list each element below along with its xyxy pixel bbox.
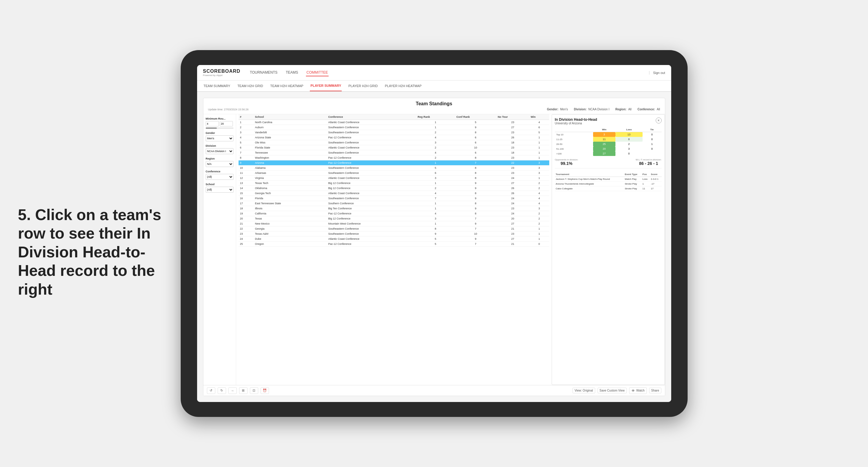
cell-tour: 23 [496, 165, 529, 170]
cell-reg: 4 [416, 211, 455, 216]
cell-win: 1 [529, 135, 549, 140]
table-row[interactable]: 24 Duke Atlantic Coast Conference 5 9 27… [239, 237, 549, 242]
undo-button[interactable]: ↺ [207, 387, 215, 394]
cell-tour: 27 [496, 181, 529, 186]
table-row[interactable]: 18 Illinois Big Ten Conference 1 9 23 3 [239, 206, 549, 211]
table-row[interactable]: 13 Texas Tech Big 12 Conference 1 9 27 2 [239, 181, 549, 186]
cell-num: 11 [239, 170, 253, 176]
main-content: Team Standings Update time: 27/03/2024 1… [197, 92, 671, 402]
school-select[interactable]: (All) [206, 187, 234, 193]
table-row[interactable]: 23 Texas A&M Southeastern Conference 9 1… [239, 231, 549, 237]
cell-num: 24 [239, 237, 253, 242]
cell-conf: Southeastern Conference [327, 130, 416, 135]
h2h-close-button[interactable]: × [656, 118, 662, 123]
table-row[interactable]: 4 Arizona State Pac-12 Conference 4 6 26… [239, 135, 549, 140]
cell-school: Texas Tech [253, 181, 327, 186]
table-row[interactable]: 3 Vanderbilt Southeastern Conference 2 8… [239, 130, 549, 135]
tour-score: 17 [650, 186, 662, 191]
col-num: # [239, 114, 253, 120]
h2h-row: >100 27 0 [555, 151, 662, 156]
subnav-player-h2h-grid[interactable]: PLAYER H2H GRID [348, 81, 378, 91]
cell-win: 1 [529, 237, 549, 242]
cell-school: Tennessee [253, 150, 327, 155]
cell-school: Duke [253, 237, 327, 242]
gender-select[interactable]: Men's [206, 135, 234, 142]
table-row[interactable]: 5 Ole Miss Southeastern Conference 3 6 1… [239, 140, 549, 145]
sign-out-button[interactable]: Sign out [649, 71, 665, 74]
table-row[interactable]: 16 Florida Southeastern Conference 7 9 2… [239, 196, 549, 201]
tour-col-type: Event Type [624, 172, 641, 177]
tour-name: Cabo Collegiate [555, 186, 624, 191]
table-row[interactable]: 19 California Pac-12 Conference 4 8 24 2 [239, 211, 549, 216]
copy-button[interactable]: ⊞ [239, 387, 247, 394]
table-row[interactable]: 1 North Carolina Atlantic Coast Conferen… [239, 120, 549, 125]
min-rou-slider[interactable] [206, 128, 234, 128]
paste-icon: ⊡ [252, 388, 256, 393]
cell-crank: 10 [455, 231, 496, 237]
top-nav-links: TOURNAMENTS TEAMS COMMITTEE [249, 69, 649, 76]
cell-win: 1 [529, 226, 549, 231]
cell-conf: Atlantic Coast Conference [327, 120, 416, 125]
step-annotation: 5. Click on a team's row to see their In… [18, 206, 173, 299]
cell-tour: 26 [496, 186, 529, 191]
subnav-team-h2h-grid[interactable]: TEAM H2H GRID [237, 81, 264, 91]
logo-text: SCOREBOARD [203, 69, 241, 74]
cell-conf: Southeastern Conference [327, 226, 416, 231]
table-row[interactable]: 12 Virginia Atlantic Coast Conference 3 … [239, 176, 549, 181]
table-row[interactable]: 6 Florida State Atlantic Coast Conferenc… [239, 145, 549, 150]
h2h-range: 11-25 [555, 137, 593, 142]
table-row[interactable]: 11 Arkansas Southeastern Conference 6 8 … [239, 170, 549, 176]
conference-select[interactable]: (All) [206, 174, 234, 180]
table-row[interactable]: 15 Georgia Tech Atlantic Coast Conferenc… [239, 191, 549, 196]
h2h-table: Win Loss Tie Top 10 3 13 0 11-25 11 8 0 … [555, 127, 662, 156]
paste-button[interactable]: ⊡ [250, 387, 258, 394]
cell-tour: 21 [496, 226, 529, 231]
region-select[interactable]: N/A [206, 161, 234, 167]
col-school: School [253, 114, 327, 120]
subnav-player-h2h-heatmap[interactable]: PLAYER H2H HEATMAP [384, 81, 422, 91]
cell-num: 21 [239, 221, 253, 226]
forward-button[interactable]: → [228, 387, 237, 394]
table-row[interactable]: 25 Oregon Pac-12 Conference 5 7 21 0 [239, 242, 549, 247]
table-row[interactable]: 20 Texas Big 12 Conference 3 7 20 2 [239, 216, 549, 221]
subnav-team-summary[interactable]: TEAM SUMMARY [203, 81, 231, 91]
h2h-row: 11-25 11 8 0 [555, 137, 662, 142]
nav-committee[interactable]: COMMITTEE [306, 69, 329, 76]
table-row[interactable]: 9 Arizona Pac-12 Conference 1 7 22 3 [239, 160, 549, 165]
nav-tournaments[interactable]: TOURNAMENTS [249, 69, 278, 76]
redo-button[interactable]: ↻ [218, 387, 226, 394]
cell-win: 1 [529, 150, 549, 155]
min-rou-input1[interactable] [206, 121, 219, 126]
subnav-team-h2h-heatmap[interactable]: TEAM H2H HEATMAP [270, 81, 304, 91]
table-row[interactable]: 21 New Mexico Mountain West Conference 1… [239, 221, 549, 226]
clock-button[interactable]: ⏰ [260, 387, 269, 394]
opponents-value: 99.1% [555, 161, 579, 166]
subnav-player-summary[interactable]: PLAYER SUMMARY [310, 81, 342, 91]
nav-teams[interactable]: TEAMS [285, 69, 299, 76]
table-row[interactable]: 8 Washington Pac-12 Conference 2 8 23 1 [239, 155, 549, 160]
cell-school: East Tennessee State [253, 201, 327, 206]
cell-conf: Atlantic Coast Conference [327, 237, 416, 242]
watch-button[interactable]: 👁 Watch [629, 387, 647, 394]
division-select[interactable]: NCAA Division I [206, 148, 234, 154]
cell-crank: 9 [455, 206, 496, 211]
left-filters: Minimum Rou... Gender [204, 114, 236, 385]
cell-crank: 8 [455, 155, 496, 160]
table-row[interactable]: 7 Tennessee Southeastern Conference 4 6 … [239, 150, 549, 155]
cell-conf: Atlantic Coast Conference [327, 176, 416, 181]
table-row[interactable]: 2 Auburn Southeastern Conference 1 9 27 … [239, 125, 549, 130]
view-original-button[interactable]: View: Original [572, 388, 595, 393]
table-row[interactable]: 10 Alabama Southeastern Conference 5 8 2… [239, 165, 549, 170]
share-button[interactable]: Share [649, 388, 661, 393]
cell-crank: 9 [455, 125, 496, 130]
min-rou-input2[interactable] [220, 121, 233, 126]
table-row[interactable]: 22 Georgia Southeastern Conference 8 7 2… [239, 226, 549, 231]
school-filter-label: School [206, 183, 234, 186]
min-rou-label: Minimum Rou... [206, 117, 234, 120]
save-custom-button[interactable]: Save Custom View [597, 388, 627, 393]
table-row[interactable]: 17 East Tennessee State Southern Confere… [239, 201, 549, 206]
h2h-win: 27 [593, 151, 616, 156]
top-nav: SCOREBOARD Powered by clippd TOURNAMENTS… [197, 65, 671, 81]
table-row[interactable]: 14 Oklahoma Big 12 Conference 2 9 26 2 [239, 186, 549, 191]
cell-tour: 23 [496, 155, 529, 160]
